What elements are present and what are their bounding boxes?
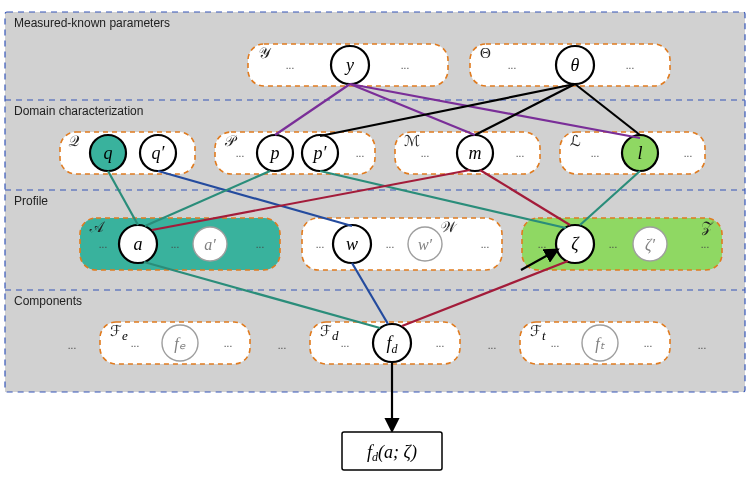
label-theta: θ [571,55,580,75]
label-pprime: p′ [312,143,328,163]
svg-text:...: ... [626,60,634,71]
svg-text:...: ... [99,239,107,250]
label-qprime: q′ [152,143,166,163]
set-label-M: ℳ [404,133,420,149]
svg-text:...: ... [684,148,692,159]
label-a: a [134,234,143,254]
svg-text:...: ... [644,338,652,349]
label-fe: fₑ [174,335,185,353]
svg-text:...: ... [609,239,617,250]
svg-text:...: ... [508,60,516,71]
svg-text:...: ... [316,239,324,250]
svg-text:...: ... [516,148,524,159]
svg-text:...: ... [286,60,294,71]
svg-text:...: ... [488,340,496,351]
svg-text:...: ... [131,338,139,349]
svg-text:...: ... [341,338,349,349]
svg-text:...: ... [236,148,244,159]
svg-text:...: ... [481,239,489,250]
svg-text:...: ... [401,60,409,71]
diagram-svg: Measured-known parameters Domain charact… [0,0,750,500]
label-p: p [269,143,280,163]
set-label-Theta: Θ [480,45,491,61]
row-title-measured: Measured-known parameters [14,16,170,30]
label-aprime: a′ [204,236,216,253]
svg-text:...: ... [421,148,429,159]
svg-text:...: ... [591,148,599,159]
label-m: m [469,143,482,163]
svg-text:...: ... [171,239,179,250]
label-zetaprime: ζ′ [645,236,655,254]
svg-text:...: ... [538,239,546,250]
svg-text:...: ... [224,338,232,349]
label-y: y [344,55,354,75]
label-l: l [637,143,642,163]
svg-text:...: ... [551,338,559,349]
svg-text:...: ... [278,340,286,351]
set-label-L: ℒ [570,133,581,149]
row-title-profile: Profile [14,194,48,208]
label-wprime: w′ [418,236,433,253]
svg-text:...: ... [698,340,706,351]
row-title-components: Components [14,294,82,308]
label-w: w [346,234,358,254]
label-ft: fₜ [595,335,604,353]
svg-text:...: ... [386,239,394,250]
svg-text:...: ... [701,239,709,250]
svg-text:...: ... [436,338,444,349]
svg-text:...: ... [256,239,264,250]
svg-text:...: ... [68,340,76,351]
row-title-domain: Domain characterization [14,104,143,118]
svg-text:...: ... [356,148,364,159]
label-q: q [104,143,113,163]
